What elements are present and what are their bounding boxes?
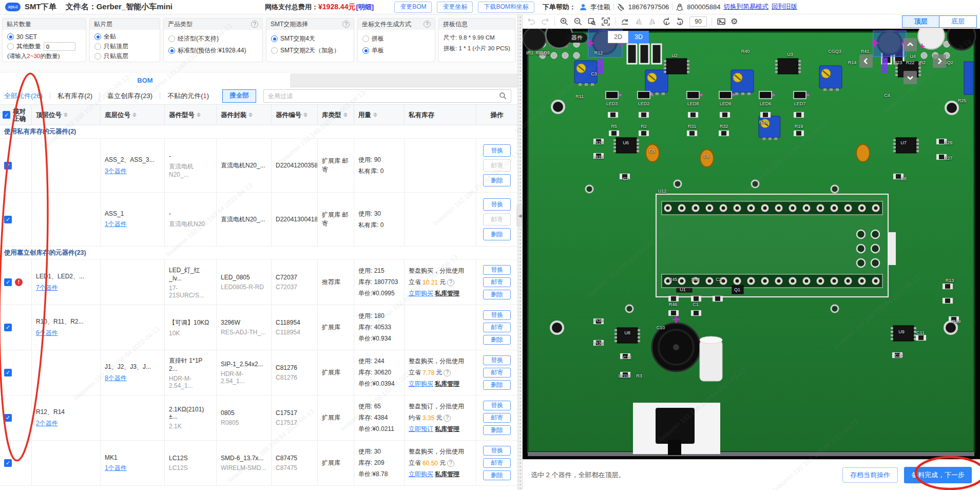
download-bom-coord-button[interactable]: 下载BOM和坐标: [478, 2, 534, 13]
help-icon[interactable]: ?: [424, 21, 431, 28]
mail-button[interactable]: 邮寄: [483, 277, 511, 287]
designator-count-link[interactable]: 8个器件: [105, 374, 160, 383]
zoom-out-icon[interactable]: [573, 17, 583, 26]
sort-icon[interactable]: [64, 112, 68, 117]
layer-top-radio[interactable]: [94, 43, 101, 50]
delete-button[interactable]: 删除: [483, 380, 511, 390]
rotate-board-icon[interactable]: [620, 17, 629, 26]
help-icon[interactable]: ?: [342, 21, 350, 28]
sort-icon[interactable]: [197, 112, 201, 117]
mail-button[interactable]: 邮寄: [483, 413, 511, 423]
designator-count-link[interactable]: 7个器件: [36, 284, 96, 292]
zoom-in-icon[interactable]: [560, 17, 569, 26]
top-layer-button[interactable]: 顶层: [902, 15, 939, 28]
search-icon[interactable]: [499, 92, 507, 100]
filter-not-placed[interactable]: 不贴的元件(1): [167, 91, 209, 101]
row-checkbox[interactable]: ✓: [4, 414, 12, 422]
simple-mode-link[interactable]: 切换到简易模式: [723, 3, 768, 11]
buy-now-link[interactable]: 立即购买: [409, 380, 433, 388]
qty-other-input[interactable]: [44, 42, 75, 51]
pan-right-button[interactable]: [933, 54, 946, 68]
rotate-angle-input[interactable]: [689, 16, 707, 27]
change-coord-button[interactable]: 变更坐标: [437, 2, 473, 13]
mode-3d-button[interactable]: 3D: [628, 31, 649, 43]
delete-button[interactable]: 删除: [483, 335, 511, 345]
product-economy-radio[interactable]: [168, 35, 175, 42]
select-all-checkbox[interactable]: ✓: [3, 111, 10, 119]
old-version-link[interactable]: 回到旧版: [772, 3, 797, 11]
flip-right-icon[interactable]: [648, 17, 657, 26]
help-icon[interactable]: ?: [444, 414, 451, 422]
replace-button[interactable]: 替换: [483, 310, 511, 320]
lead-4d-radio[interactable]: [271, 35, 278, 42]
row-checkbox[interactable]: ✓: [4, 459, 12, 467]
row-checkbox[interactable]: ✓: [4, 216, 12, 223]
undo-icon[interactable]: [527, 17, 536, 26]
row-checkbox[interactable]: ✓: [4, 324, 12, 331]
pan-up-button[interactable]: [904, 38, 917, 51]
pcb-viewport[interactable]: CGQ1IR1R8R9R12C3R11U2R40U3CGQ3R41U4R14R2…: [523, 29, 980, 459]
replace-button[interactable]: 替换: [483, 144, 511, 157]
private-lib-manage-link[interactable]: 私库管理: [435, 380, 459, 388]
fee-detail-link[interactable]: [明细]: [356, 3, 374, 12]
designator-count-link[interactable]: 2个器件: [36, 419, 96, 428]
bottom-layer-button[interactable]: 底层: [939, 15, 977, 28]
replace-button[interactable]: 替换: [483, 401, 511, 410]
layer-all-radio[interactable]: [94, 33, 101, 40]
private-lib-manage-link[interactable]: 私库管理: [435, 289, 459, 298]
mail-button[interactable]: 邮寄: [483, 159, 511, 172]
rotate-cw-90-icon[interactable]: [676, 17, 685, 26]
delete-button[interactable]: 删除: [483, 228, 511, 240]
global-filter-input[interactable]: [268, 92, 499, 100]
pan-left-button[interactable]: [859, 54, 873, 68]
redo-icon[interactable]: [541, 17, 550, 26]
delete-button[interactable]: 删除: [483, 290, 511, 299]
fit-view-icon[interactable]: [601, 17, 610, 26]
archive-button[interactable]: 存档当前操作: [842, 467, 898, 483]
help-icon[interactable]: ?: [447, 460, 454, 467]
image-export-icon[interactable]: [717, 17, 726, 26]
flip-left-icon[interactable]: [634, 17, 643, 26]
rotate-ccw-90-icon[interactable]: [662, 17, 671, 26]
designator-count-link[interactable]: 1个器件: [105, 464, 160, 473]
help-icon[interactable]: ?: [251, 21, 258, 28]
row-checkbox[interactable]: ✓: [4, 278, 12, 286]
help-icon[interactable]: ?: [444, 369, 451, 376]
filter-jlc-stock[interactable]: 嘉立创库存(23): [107, 91, 152, 101]
qty-other-radio[interactable]: [7, 43, 14, 50]
sort-icon[interactable]: [248, 112, 253, 117]
zoom-window-icon[interactable]: [587, 17, 597, 26]
settings-gear-icon[interactable]: ⚙: [731, 17, 738, 26]
pane-splitter[interactable]: ◀: [517, 14, 523, 490]
mail-button[interactable]: 邮寄: [483, 213, 511, 225]
coord-single-radio[interactable]: [362, 47, 369, 54]
replace-button[interactable]: 替换: [483, 198, 511, 211]
replace-button[interactable]: 替换: [483, 446, 511, 456]
buy-now-link[interactable]: 立即预订: [409, 425, 433, 434]
mail-button[interactable]: 邮寄: [483, 458, 511, 468]
change-bom-button[interactable]: 变更BOM: [394, 2, 432, 13]
replace-button[interactable]: 替换: [483, 355, 511, 365]
delete-button[interactable]: 删除: [483, 425, 511, 435]
designator-count-link[interactable]: 3个器件: [105, 167, 160, 176]
help-icon[interactable]: ?: [447, 279, 454, 286]
designator-count-link[interactable]: 1个器件: [105, 220, 160, 229]
product-standard-radio[interactable]: [168, 47, 175, 54]
coord-panel-radio[interactable]: [362, 35, 369, 42]
tab-bom[interactable]: BOM: [0, 73, 290, 87]
sort-icon[interactable]: [343, 112, 348, 117]
filter-all-parts[interactable]: 全部元件(26): [4, 91, 43, 101]
mail-button[interactable]: 邮寄: [483, 323, 511, 332]
row-checkbox[interactable]: ✓: [4, 369, 12, 376]
buy-now-link[interactable]: 立即购买: [409, 289, 433, 298]
sort-icon[interactable]: [373, 112, 377, 117]
private-lib-manage-link[interactable]: 私库管理: [435, 470, 459, 479]
lead-2d-radio[interactable]: [271, 47, 278, 54]
private-lib-manage-link[interactable]: 私库管理: [435, 425, 459, 434]
search-all-button[interactable]: 搜全部: [222, 89, 256, 103]
buy-now-link[interactable]: 立即购买: [409, 470, 433, 479]
delete-button[interactable]: 删除: [483, 470, 511, 480]
delete-button[interactable]: 删除: [483, 174, 511, 186]
mail-button[interactable]: 邮寄: [483, 368, 511, 378]
designator-count-link[interactable]: 6个器件: [36, 329, 96, 337]
